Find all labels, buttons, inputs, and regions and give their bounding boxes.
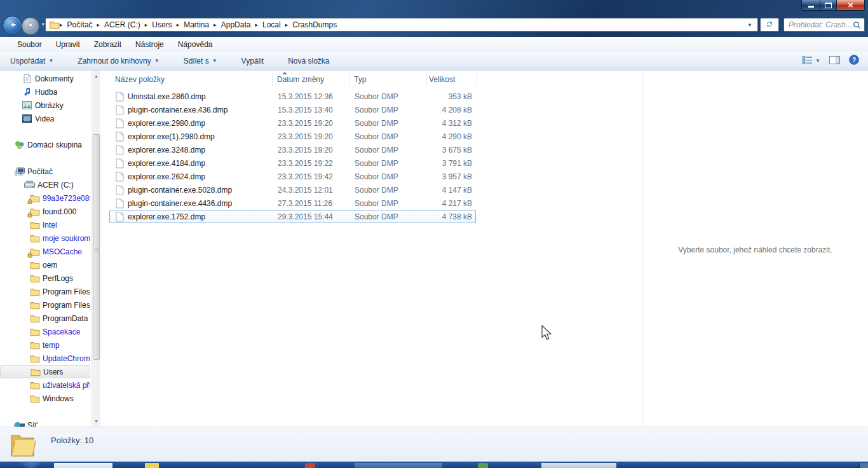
tree-item-label: Spacekace: [43, 327, 80, 336]
tree-item[interactable]: Spacekace: [0, 325, 90, 338]
folder-icon: [29, 261, 40, 270]
refresh-icon: [765, 20, 774, 31]
column-header-name[interactable]: Název položky: [115, 75, 165, 84]
menu-item[interactable]: Soubor: [10, 40, 49, 49]
status-bar: Položky: 10: [0, 427, 868, 462]
menu-item[interactable]: Upravit: [49, 40, 87, 49]
start-orb-icon[interactable]: [19, 462, 43, 468]
menu-item[interactable]: Nástroje: [128, 40, 171, 49]
tree-item[interactable]: Počítač: [0, 165, 90, 178]
tree-item[interactable]: Program Files: [0, 285, 90, 298]
tree-item[interactable]: found.000: [0, 205, 90, 218]
table-row[interactable]: plugin-container.exe.4436.dmp27.3.2015 1…: [109, 196, 476, 210]
tree-item[interactable]: Users: [0, 365, 90, 378]
taskbar-button-explorer[interactable]: [54, 463, 112, 468]
toolbar-button[interactable]: Uspořádat▼: [3, 53, 61, 69]
address-history-caret-icon[interactable]: ▼: [742, 22, 757, 28]
help-button[interactable]: ?: [849, 55, 859, 67]
table-row[interactable]: explorer.exe.2980.dmp23.3.2015 19:20Soub…: [109, 116, 476, 130]
tree-item[interactable]: UpdateChrome: [0, 352, 90, 365]
folder-icon: [29, 207, 40, 216]
tree-item[interactable]: Windows: [0, 392, 90, 405]
toolbar-button[interactable]: Zahrnout do knihovny▼: [70, 53, 166, 69]
tree-item[interactable]: Hudba: [0, 85, 90, 99]
preview-pane-button[interactable]: [829, 56, 840, 66]
taskbar-icon-notes[interactable]: [145, 463, 159, 468]
maximize-button[interactable]: [820, 0, 837, 11]
scroll-down-icon[interactable]: ▼: [92, 416, 100, 426]
breadcrumb-segment[interactable]: Users: [147, 20, 176, 29]
table-row[interactable]: explorer.exe.4184.dmp23.3.2015 19:22Soub…: [109, 156, 476, 170]
column-divider[interactable]: [272, 73, 273, 86]
breadcrumb-segment[interactable]: Local: [258, 20, 285, 29]
minimize-button[interactable]: [801, 0, 820, 11]
views-icon: [802, 56, 813, 66]
column-divider[interactable]: [426, 73, 427, 86]
column-header-size[interactable]: Velikost: [429, 75, 455, 84]
tree-item[interactable]: ACER (C:): [0, 178, 90, 191]
table-row[interactable]: plugin-container.exe.5028.dmp24.3.2015 1…: [109, 183, 476, 196]
close-button[interactable]: ✕: [837, 0, 865, 11]
tree-item[interactable]: 99a3e723e0899: [0, 191, 90, 205]
toolbar-button[interactable]: Vypálit: [234, 53, 272, 69]
column-divider[interactable]: [476, 73, 477, 86]
taskbar-button-blue[interactable]: [355, 463, 442, 468]
tree-item[interactable]: Dokumenty: [0, 72, 90, 85]
tree-item[interactable]: Videa: [0, 112, 90, 125]
folder-icon: [29, 234, 40, 243]
tree-item[interactable]: Obrázky: [0, 99, 90, 112]
folder-icon: [29, 327, 40, 336]
tree-item[interactable]: ProgramData: [0, 312, 90, 325]
file-list: Název položky Datum změny Typ Velikost U…: [108, 71, 642, 427]
tree-item-label: Windows: [43, 394, 74, 403]
breadcrumb-segment[interactable]: CrashDumps: [288, 20, 341, 29]
dmp-file-icon: [116, 132, 124, 142]
tree-item[interactable]: Program Files (: [0, 298, 90, 312]
breadcrumb-segment[interactable]: AppData: [217, 20, 255, 29]
scroll-up-icon[interactable]: ▲: [92, 71, 100, 81]
menu-item[interactable]: Nápověda: [171, 40, 220, 49]
show-desktop-button[interactable]: [859, 463, 868, 468]
taskbar-icon-green[interactable]: [478, 463, 488, 468]
taskbar-button-gray[interactable]: [541, 463, 616, 468]
tree-item[interactable]: temp: [0, 338, 90, 352]
tree-item[interactable]: Intel: [0, 218, 90, 231]
homegroup-icon: [14, 141, 25, 149]
table-row[interactable]: explorer.exe(1).2980.dmp23.3.2015 19:20S…: [109, 130, 476, 143]
table-row[interactable]: Uninstal.exe.2860.dmp15.3.2015 12:36Soub…: [109, 90, 476, 103]
tree-item[interactable]: Domácí skupina: [0, 138, 90, 151]
breadcrumb-segment[interactable]: Martina: [179, 20, 214, 29]
sidebar-scrollbar[interactable]: ▲ ▼: [92, 71, 100, 427]
file-size: 3 957 kB: [442, 172, 472, 181]
dmp-file-icon: [116, 158, 124, 169]
address-bar[interactable]: ▸Počítač▸ACER (C:)▸Users▸Martina▸AppData…: [45, 18, 758, 32]
table-row[interactable]: explorer.exe.3248.dmp23.3.2015 19:20Soub…: [109, 143, 476, 156]
toolbar-button[interactable]: Sdílet s▼: [176, 53, 225, 69]
column-header-type[interactable]: Typ: [354, 75, 366, 84]
forward-button[interactable]: [22, 17, 39, 35]
scrollbar-thumb[interactable]: [93, 134, 100, 360]
column-header-date[interactable]: Datum změny: [277, 75, 324, 84]
table-row[interactable]: plugin-container.exe.436.dmp15.3.2015 13…: [109, 103, 476, 116]
tree-item[interactable]: moje soukrom: [0, 231, 90, 245]
breadcrumb-segment[interactable]: Počítač: [63, 20, 97, 29]
tree-item[interactable]: Síť: [0, 418, 90, 427]
back-button[interactable]: [3, 16, 22, 36]
refresh-button[interactable]: [760, 18, 779, 32]
tree-item[interactable]: oem: [0, 258, 90, 272]
search-input[interactable]: [784, 20, 853, 30]
menu-item[interactable]: Zobrazit: [87, 40, 128, 49]
taskbar-icon-red[interactable]: [305, 463, 315, 468]
file-type: Soubor DMP: [355, 106, 398, 114]
table-row[interactable]: explorer.exe.1752.dmp29.3.2015 15:44Soub…: [109, 210, 476, 223]
tree-item[interactable]: PerfLogs: [0, 272, 90, 285]
search-icon[interactable]: [853, 21, 861, 29]
column-divider[interactable]: [349, 73, 349, 86]
help-icon: ?: [849, 55, 859, 67]
table-row[interactable]: explorer.exe.2624.dmp23.3.2015 19:42Soub…: [109, 170, 476, 183]
tree-item[interactable]: MSOCache: [0, 245, 90, 258]
toolbar-button[interactable]: Nová složka: [280, 53, 337, 69]
views-button[interactable]: ▼: [802, 56, 820, 66]
breadcrumb-segment[interactable]: ACER (C:): [100, 20, 145, 29]
tree-item[interactable]: uživatelská přír: [0, 378, 90, 392]
